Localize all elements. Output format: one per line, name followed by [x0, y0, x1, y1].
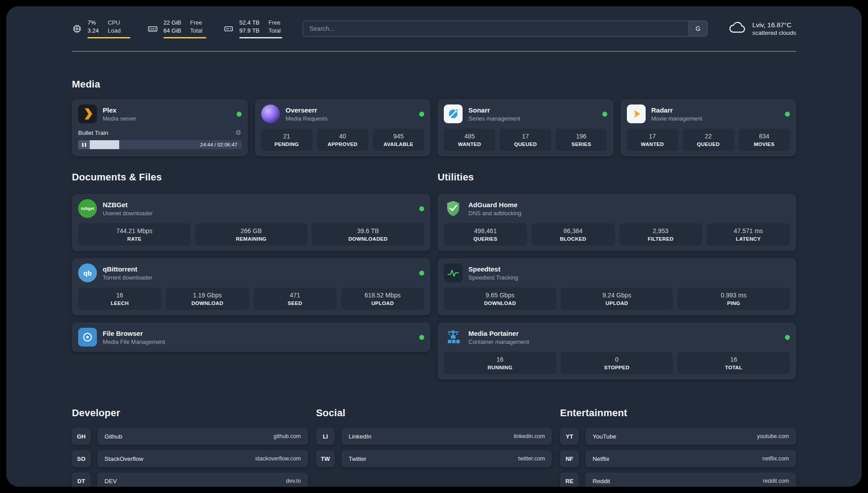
weather-widget: Lviv, 16.87°C scattered clouds	[727, 21, 796, 37]
stat-value: 17	[501, 133, 549, 140]
stat-value: 9.24 Gbps	[563, 292, 672, 299]
disk-widget: 52.4 TB 97.9 TB Free Total	[223, 19, 282, 38]
youtube-badge[interactable]: YT	[560, 428, 579, 445]
radarr-icon	[627, 104, 646, 123]
app-title: NZBGet	[103, 201, 153, 209]
bookmark-name: YouTube	[593, 433, 616, 440]
stat-value: 0	[563, 356, 672, 363]
filebrowser-icon	[78, 328, 97, 347]
bookmark-name: Github	[104, 433, 122, 440]
reddit-badge[interactable]: RE	[560, 472, 579, 487]
filebrowser-card[interactable]: File Browser Media File Management	[72, 322, 430, 352]
header-divider	[72, 51, 796, 52]
sonarr-card[interactable]: Sonarr Series management 485 WANTED 17 Q…	[438, 99, 613, 156]
stat-value: 196	[557, 133, 605, 140]
cpu-usage-bar	[88, 37, 130, 38]
stackoverflow-link[interactable]: StackOverflow stackoverflow.com	[97, 450, 308, 467]
netflix-link[interactable]: Netflix netflix.com	[585, 450, 796, 467]
status-dot	[419, 112, 424, 117]
weather-location-temp: Lviv, 16.87°C	[752, 21, 796, 29]
stackoverflow-badge[interactable]: SO	[72, 450, 91, 467]
app-subtitle: Media File Management	[103, 338, 165, 345]
reddit-link[interactable]: Reddit reddit.com	[585, 472, 796, 487]
stat-value: 47.571 ms	[709, 227, 788, 234]
speedtest-card[interactable]: Speedtest Speedtest Tracking 9.65 Gbps D…	[438, 258, 796, 315]
stat-label: WANTED	[446, 142, 493, 147]
cpu-load-value: 3.24	[88, 27, 99, 35]
utilities-column: Utilities	[438, 171, 796, 380]
bookmark-reddit: RE Reddit reddit.com	[560, 472, 796, 487]
dev-badge[interactable]: DT	[72, 472, 91, 487]
section-title-entertainment: Entertainment	[560, 407, 796, 419]
top-bar: 7% 3.24 CPU Load	[72, 6, 796, 38]
stat-label: SERIES	[557, 142, 605, 147]
twitter-link[interactable]: Twitter twitter.com	[342, 450, 552, 467]
linkedin-badge[interactable]: LI	[316, 428, 335, 445]
section-title-social: Social	[316, 407, 552, 419]
stat-label: DOWNLOADED	[313, 236, 422, 242]
bookmark-name: StackOverflow	[104, 455, 143, 462]
adguard-card[interactable]: AdGuard Home DNS and adblocking 498,461 …	[438, 194, 796, 251]
stat-ping: 0.993 ms PING	[677, 288, 790, 310]
status-dot	[419, 206, 424, 211]
bookmark-url: stackoverflow.com	[255, 455, 301, 462]
nzbget-card[interactable]: nzbget NZBGet Usenet downloader 744.21 M…	[72, 194, 430, 251]
stat-value: 40	[319, 133, 367, 140]
bookmark-url: netflix.com	[762, 455, 789, 462]
twitter-badge[interactable]: TW	[316, 450, 335, 467]
ram-icon	[147, 24, 158, 34]
pause-button[interactable]	[78, 140, 90, 149]
stat-value: 86,384	[533, 227, 613, 234]
gear-icon[interactable]: ⚙	[235, 129, 241, 137]
disk-free-value: 52.4 TB	[239, 19, 259, 27]
stat-value: 9.65 Gbps	[446, 292, 555, 299]
qbittorrent-icon: qb	[78, 263, 97, 282]
adguard-icon	[444, 199, 463, 218]
github-link[interactable]: Github github.com	[97, 428, 308, 445]
portainer-card[interactable]: Media Portainer Container management 16 …	[438, 322, 796, 380]
linkedin-link[interactable]: LinkedIn linkedin.com	[342, 428, 552, 445]
stat-value: 744.21 Mbps	[80, 227, 189, 234]
stat-value: 16	[446, 356, 555, 363]
stat-label: BLOCKED	[533, 236, 613, 242]
bookmark-netflix: NF Netflix netflix.com	[560, 450, 796, 467]
developer-section: Developer GH Github github.com SO StackO…	[72, 407, 308, 487]
stat-value: 485	[446, 133, 493, 140]
cpu-label: CPU	[108, 19, 121, 27]
dev-link[interactable]: DEV dev.to	[97, 472, 308, 487]
radarr-card[interactable]: Radarr Movie management 17 WANTED 22 QUE…	[621, 99, 797, 156]
cloud-icon	[727, 21, 747, 37]
playback-time: 24:44 / 02:06:47	[200, 142, 237, 147]
overseerr-card[interactable]: Overseerr Media Requests 21 PENDING 40 A…	[255, 99, 431, 156]
stat-value: 39.6 TB	[313, 227, 422, 234]
bookmark-name: Netflix	[593, 455, 609, 462]
bookmark-twitter: TW Twitter twitter.com	[316, 450, 552, 467]
plex-card[interactable]: Plex Media server Bullet Train ⚙ 24:44 /…	[72, 99, 248, 156]
youtube-link[interactable]: YouTube youtube.com	[585, 428, 796, 445]
app-title: File Browser	[103, 330, 165, 337]
stat-value: 2,953	[621, 227, 701, 234]
stat-running: 16 RUNNING	[444, 352, 556, 374]
bookmark-linkedin: LI LinkedIn linkedin.com	[316, 428, 552, 445]
qbittorrent-card[interactable]: qb qBittorrent Torrent downloader 16 LEE…	[72, 258, 430, 315]
media-grid: Plex Media server Bullet Train ⚙ 24:44 /…	[72, 99, 796, 156]
stat-label: PING	[679, 301, 788, 306]
stat-blocked: 86,384 BLOCKED	[531, 223, 614, 246]
github-badge[interactable]: GH	[72, 428, 91, 445]
ram-usage-bar	[163, 37, 206, 38]
dashboard-panel: 7% 3.24 CPU Load	[6, 6, 862, 487]
cpu-load-label: Load	[108, 27, 121, 35]
ram-total-label: Total	[190, 27, 202, 35]
stat-value: 16	[679, 356, 788, 363]
stat-label: UPLOAD	[343, 301, 422, 306]
section-title-documents: Documents & Files	[72, 171, 430, 183]
search-engine-button[interactable]: G	[689, 21, 707, 36]
stat-label: FILTERED	[621, 236, 701, 242]
search-input[interactable]	[303, 21, 689, 36]
status-dot	[419, 271, 424, 276]
stat-label: QUEUED	[501, 142, 549, 147]
stat-wanted: 17 WANTED	[627, 129, 678, 151]
stat-label: RATE	[80, 236, 189, 242]
netflix-badge[interactable]: NF	[560, 450, 579, 467]
stat-label: MOVIES	[740, 142, 788, 147]
